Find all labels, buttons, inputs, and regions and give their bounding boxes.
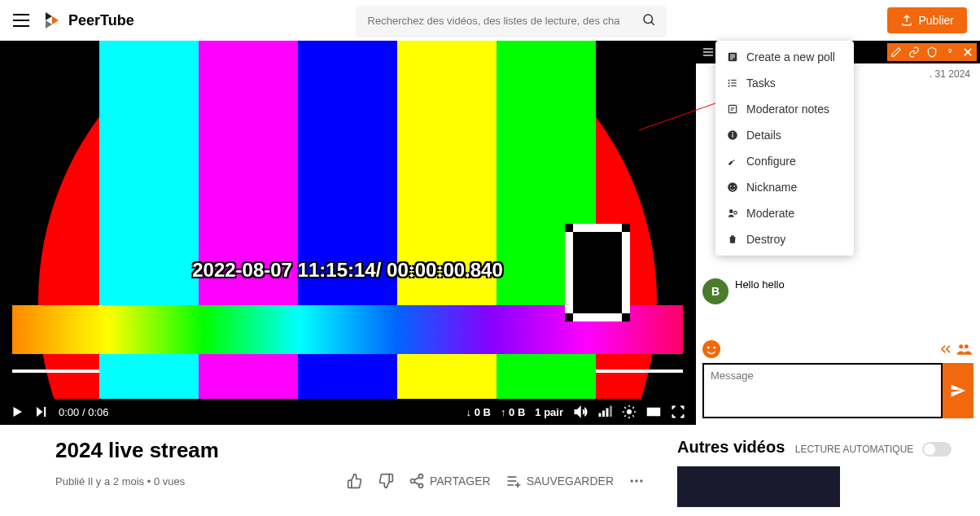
svg-marker-0 bbox=[46, 12, 52, 20]
publish-label: Publier bbox=[918, 14, 954, 27]
dislike-button[interactable] bbox=[378, 473, 394, 489]
dropdown-configure[interactable]: Configure bbox=[715, 148, 854, 174]
upload-icon bbox=[900, 14, 913, 27]
dropdown-tasks[interactable]: Tasks bbox=[715, 70, 854, 96]
svg-point-62 bbox=[631, 479, 633, 482]
dropdown-details[interactable]: Details bbox=[715, 122, 854, 148]
poll-icon bbox=[727, 51, 738, 63]
quality-bars-icon[interactable] bbox=[597, 404, 612, 419]
save-button[interactable]: SAUVEGARDER bbox=[505, 473, 614, 489]
video-thumbnail[interactable] bbox=[677, 466, 840, 507]
header: PeerTube Publier bbox=[0, 0, 980, 41]
next-icon[interactable] bbox=[34, 404, 49, 419]
below-video: 2024 live stream Publié Il y a 2 mois • … bbox=[0, 425, 980, 507]
search-button[interactable] bbox=[632, 6, 666, 36]
dropdown-nickname[interactable]: Nickname bbox=[715, 174, 854, 200]
svg-point-30 bbox=[959, 344, 963, 348]
time-display: 0:00 / 0:06 bbox=[59, 406, 108, 418]
svg-rect-15 bbox=[599, 413, 602, 418]
p2p-stats: ↓ 0 B ↑ 0 B 1 pair bbox=[466, 406, 563, 418]
autoplay-label: LECTURE AUTOMATIQUE bbox=[795, 444, 914, 455]
chat-menu-icon[interactable] bbox=[699, 43, 717, 61]
chat-link-icon[interactable] bbox=[905, 43, 923, 61]
svg-point-3 bbox=[644, 15, 653, 24]
svg-rect-43 bbox=[732, 134, 733, 138]
theater-icon[interactable] bbox=[646, 404, 661, 419]
other-videos-title: Autres vidéos bbox=[677, 438, 785, 456]
share-icon bbox=[409, 473, 425, 489]
svg-point-44 bbox=[732, 132, 733, 133]
playlist-add-icon bbox=[505, 473, 522, 489]
participants-icon[interactable] bbox=[954, 341, 973, 357]
search-box bbox=[357, 6, 666, 36]
dropdown-moderate[interactable]: Moderate bbox=[715, 200, 854, 226]
chat-input-area bbox=[696, 334, 980, 425]
svg-point-31 bbox=[965, 344, 969, 348]
svg-point-48 bbox=[729, 209, 733, 213]
video-area: 2022-08-07 11:15:14/ 00:00:00.840 bbox=[0, 41, 695, 399]
moderate-icon bbox=[727, 208, 738, 219]
svg-point-64 bbox=[640, 479, 642, 482]
svg-point-53 bbox=[410, 479, 414, 483]
send-button[interactable] bbox=[943, 363, 973, 418]
smile-icon bbox=[727, 181, 738, 193]
svg-point-49 bbox=[734, 212, 737, 215]
chat-edit-icon[interactable] bbox=[887, 43, 905, 61]
svg-line-56 bbox=[414, 482, 419, 484]
dropdown-moderator-notes[interactable]: Moderator notes bbox=[715, 96, 854, 122]
dropdown-destroy[interactable]: Destroy bbox=[715, 226, 854, 252]
chat-dropdown-menu: Create a new poll Tasks Moderator notes … bbox=[715, 41, 854, 256]
svg-marker-1 bbox=[46, 20, 52, 28]
chat-close-icon[interactable] bbox=[959, 43, 977, 61]
chat-input[interactable] bbox=[702, 363, 943, 418]
publish-button[interactable]: Publier bbox=[887, 7, 967, 33]
chat-help-icon[interactable] bbox=[941, 43, 959, 61]
logo[interactable]: PeerTube bbox=[42, 11, 134, 30]
play-icon[interactable] bbox=[10, 404, 24, 419]
search-icon bbox=[641, 12, 656, 27]
search-container bbox=[147, 6, 875, 36]
svg-marker-12 bbox=[37, 407, 43, 417]
search-input[interactable] bbox=[357, 7, 632, 35]
svg-rect-6 bbox=[573, 232, 622, 313]
video-controls: 0:00 / 0:06 ↓ 0 B ↑ 0 B 1 pair bbox=[0, 399, 695, 425]
chat-message: B Hello hello bbox=[702, 278, 973, 304]
svg-rect-35 bbox=[730, 59, 733, 59]
video-player[interactable]: 2022-08-07 11:15:14/ 00:00:00.840 0:00 /… bbox=[0, 41, 695, 425]
volume-icon[interactable] bbox=[573, 404, 588, 419]
brand-name: PeerTube bbox=[68, 12, 134, 29]
svg-rect-16 bbox=[602, 411, 605, 418]
chat-message-text: Hello hello bbox=[735, 278, 973, 304]
svg-point-28 bbox=[707, 347, 710, 349]
svg-point-63 bbox=[635, 479, 637, 482]
video-title: 2024 live stream bbox=[55, 438, 645, 463]
share-button[interactable]: PARTAGER bbox=[409, 473, 491, 489]
dropdown-create-poll[interactable]: Create a new poll bbox=[715, 44, 854, 70]
svg-rect-20 bbox=[648, 409, 660, 416]
video-meta: Publié Il y a 2 mois • 0 vues bbox=[55, 475, 185, 488]
svg-point-45 bbox=[728, 182, 737, 192]
like-button[interactable] bbox=[347, 473, 363, 489]
svg-point-52 bbox=[418, 474, 422, 479]
timestamp-overlay: 2022-08-07 11:15:14/ 00:00:00.840 bbox=[192, 259, 503, 282]
chat-collapse-icon[interactable] bbox=[938, 341, 954, 357]
svg-rect-10 bbox=[622, 313, 630, 321]
svg-point-29 bbox=[713, 347, 715, 349]
chat-shield-icon[interactable] bbox=[923, 43, 941, 61]
svg-rect-33 bbox=[730, 55, 735, 55]
fullscreen-icon[interactable] bbox=[671, 404, 685, 419]
menu-toggle[interactable] bbox=[13, 14, 29, 27]
svg-rect-18 bbox=[610, 406, 612, 418]
svg-point-54 bbox=[418, 483, 422, 488]
autoplay-toggle[interactable] bbox=[922, 442, 952, 457]
emoji-button[interactable] bbox=[702, 340, 720, 358]
peertube-logo-icon bbox=[42, 11, 62, 30]
trash-icon bbox=[727, 234, 738, 245]
video-actions: PARTAGER SAUVEGARDER bbox=[347, 473, 645, 489]
more-options-icon[interactable] bbox=[628, 473, 645, 489]
svg-point-19 bbox=[628, 410, 632, 414]
wrench-icon bbox=[727, 155, 738, 167]
settings-icon[interactable] bbox=[622, 404, 637, 419]
svg-marker-14 bbox=[575, 407, 580, 417]
svg-point-47 bbox=[733, 186, 735, 187]
